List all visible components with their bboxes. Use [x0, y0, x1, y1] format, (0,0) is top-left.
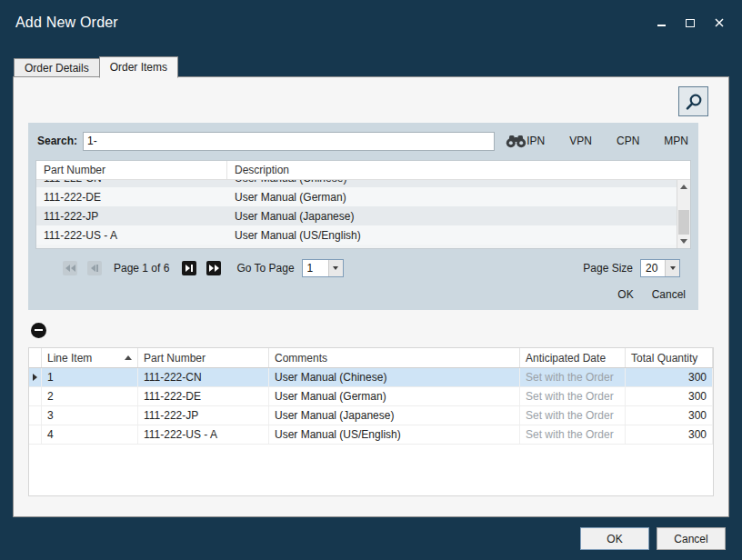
add-new-order-dialog: Add New Order Order Details Order Items: [0, 0, 742, 45]
first-page-icon: [65, 265, 70, 272]
search-ok-button[interactable]: OK: [617, 288, 633, 301]
comments-cell: User Manual (Chinese): [269, 368, 520, 386]
next-page-icon: [186, 265, 190, 272]
scrollbar-thumb[interactable]: [678, 210, 689, 235]
goto-page-label: Go To Page: [236, 262, 294, 275]
minimize-icon: [657, 25, 666, 26]
part-number-cell: 111-222-JP: [138, 406, 269, 425]
total-quantity-cell: 300: [626, 425, 713, 444]
previous-page-button[interactable]: [87, 261, 102, 275]
results-rows: 111-222-CN User Manual (Chinese) 111-222…: [36, 180, 677, 245]
remove-line-item-button[interactable]: [31, 323, 46, 338]
filter-ipn-button[interactable]: IPN: [526, 135, 545, 147]
scroll-up-button[interactable]: [677, 180, 690, 194]
results-viewport: 111-222-CN User Manual (Chinese) 111-222…: [36, 180, 690, 248]
first-page-button[interactable]: [63, 261, 77, 275]
previous-page-icon: [91, 265, 95, 272]
goto-page-dropdown-button[interactable]: [328, 260, 343, 276]
binoculars-icon: [506, 135, 526, 148]
dialog-footer: OK Cancel: [580, 527, 726, 550]
titlebar[interactable]: Add New Order: [0, 0, 742, 45]
line-item-cell: 2: [42, 387, 138, 405]
minimize-button[interactable]: [655, 16, 667, 29]
grid-row[interactable]: 3 111-222-JP User Manual (Japanese) Set …: [29, 406, 713, 425]
row-selector-header: [29, 348, 42, 367]
row-selector-cell: [29, 387, 42, 405]
order-items-grid: Line Item Part Number Comments Anticipat…: [28, 347, 714, 496]
order-items-tab-content: Search: IPN: [13, 76, 729, 517]
row-selector-cell: [29, 425, 42, 444]
scroll-down-button[interactable]: [677, 235, 690, 248]
part-number-cell: 111-222-US - A: [36, 229, 227, 242]
part-number-cell: 111-222-DE: [138, 387, 269, 405]
description-cell: User Manual (Chinese): [227, 180, 677, 185]
search-row: Search: IPN: [35, 130, 691, 152]
grid-row[interactable]: 4 111-222-US - A User Manual (US/English…: [29, 425, 713, 445]
last-page-button[interactable]: [206, 261, 221, 275]
column-header-total-quantity[interactable]: Total Quantity: [626, 348, 713, 367]
grid-row[interactable]: 1 111-222-CN User Manual (Chinese) Set w…: [29, 368, 713, 387]
column-header-description[interactable]: Description: [227, 161, 690, 179]
column-header-comments[interactable]: Comments: [269, 348, 520, 367]
ok-button[interactable]: OK: [580, 527, 649, 550]
cancel-button[interactable]: Cancel: [657, 527, 726, 550]
grid-toolbar: [31, 323, 728, 338]
maximize-button[interactable]: [684, 16, 697, 29]
line-item-cell: 3: [42, 406, 138, 425]
next-page-button[interactable]: [182, 261, 196, 275]
part-number-cell: 111-222-CN: [36, 180, 227, 185]
line-item-cell: 1: [42, 368, 138, 386]
filter-vpn-button[interactable]: VPN: [569, 135, 592, 147]
column-header-part-number[interactable]: Part Number: [138, 348, 269, 367]
part-number-cell: 111-222-JP: [36, 210, 227, 223]
search-toggle-button[interactable]: [678, 86, 708, 116]
page-size-select[interactable]: 20: [640, 259, 680, 277]
results-scrollbar[interactable]: [677, 180, 690, 248]
close-button[interactable]: [713, 16, 726, 29]
search-input[interactable]: [83, 132, 495, 151]
page-size-dropdown-button[interactable]: [665, 260, 679, 276]
window-title: Add New Order: [15, 15, 118, 31]
tab-order-details[interactable]: Order Details: [14, 58, 99, 77]
description-cell: User Manual (German): [227, 191, 677, 204]
goto-page-value: 1: [303, 260, 323, 276]
part-number-cell: 111-222-DE: [36, 191, 227, 204]
results-row[interactable]: 111-222-DE User Manual (German): [36, 187, 677, 206]
goto-page-select[interactable]: 1: [302, 259, 344, 277]
page-size-label: Page Size: [583, 262, 633, 275]
last-page-icon: [209, 265, 214, 272]
description-cell: User Manual (US/English): [227, 229, 677, 242]
results-row[interactable]: 111-222-JP User Manual (Japanese): [36, 206, 677, 225]
comments-cell: User Manual (Japanese): [269, 406, 520, 425]
tab-order-items[interactable]: Order Items: [99, 56, 178, 78]
description-cell: User Manual (Japanese): [227, 210, 677, 223]
results-row[interactable]: 111-222-CN User Manual (Chinese): [36, 180, 677, 187]
comments-cell: User Manual (US/English): [269, 425, 520, 444]
window-controls: [655, 16, 733, 29]
current-row-icon: [33, 374, 37, 381]
search-icon: [685, 93, 703, 111]
search-cancel-button[interactable]: Cancel: [652, 288, 686, 301]
tabstrip: Order Details Order Items: [13, 55, 729, 77]
grid-header: Line Item Part Number Comments Anticipat…: [29, 348, 713, 368]
chevron-down-icon: [670, 266, 676, 270]
column-header-part-number[interactable]: Part Number: [36, 161, 227, 179]
column-header-anticipated-date[interactable]: Anticipated Date: [520, 348, 626, 367]
comments-cell: User Manual (German): [269, 387, 520, 405]
page-status: Page 1 of 6: [114, 262, 169, 275]
search-label: Search:: [37, 135, 77, 147]
grid-row[interactable]: 2 111-222-DE User Manual (German) Set wi…: [29, 387, 713, 406]
results-row[interactable]: 111-222-US - A User Manual (US/English): [36, 225, 677, 245]
total-quantity-cell: 300: [626, 406, 713, 425]
filter-cpn-button[interactable]: CPN: [617, 135, 639, 147]
scroll-up-icon: [680, 185, 687, 189]
find-button[interactable]: [506, 135, 526, 148]
column-header-line-item[interactable]: Line Item: [42, 348, 138, 367]
page-size-group: Page Size 20: [583, 259, 680, 277]
total-quantity-cell: 300: [626, 387, 713, 405]
close-icon: [715, 18, 724, 27]
anticipated-date-cell: Set with the Order: [520, 368, 626, 386]
sort-ascending-icon: [125, 355, 132, 360]
anticipated-date-cell: Set with the Order: [520, 387, 626, 405]
filter-mpn-button[interactable]: MPN: [664, 135, 688, 147]
